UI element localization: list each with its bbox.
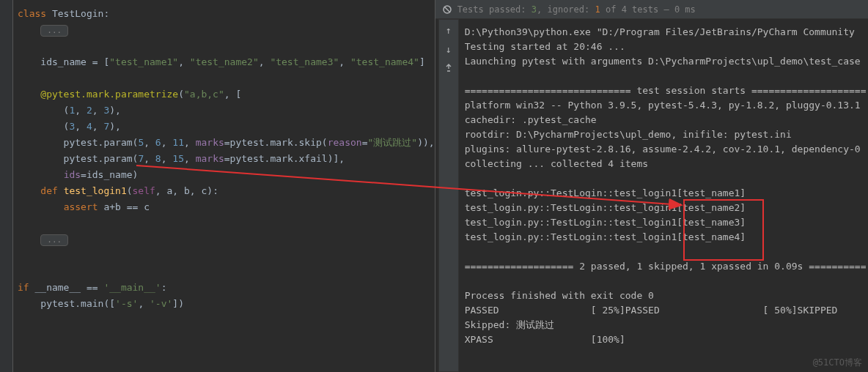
console-line: collecting ... collected 4 items [465,158,648,169]
ids-item-3: "test_name4" [350,56,419,67]
fold-marker-2[interactable]: ... [40,234,68,246]
console-line: plugins: allure-pytest-2.8.16, assume-2.… [465,144,861,155]
keyword-class: class [18,8,46,19]
class-name: TestLogin [52,8,103,19]
decorator: @pytest.mark.parametrize [40,89,178,100]
editor-gutter [0,0,13,372]
console-line: test_login.py::TestLogin::test_login1[te… [465,231,751,242]
ids-item-2: "test_name3" [270,56,339,67]
rerun-icon[interactable] [441,4,453,15]
console-line: test_login.py::TestLogin::test_login1[te… [465,217,751,228]
run-pane: Tests passed: 3, ignored: 1 of 4 tests –… [435,0,868,372]
svg-line-1 [444,7,450,12]
console-line: platform win32 -- Python 3.9.5, pytest-5… [465,100,861,111]
console-line: test_login.py::TestLogin::test_login1[te… [465,202,751,213]
pin-icon[interactable] [443,62,455,74]
watermark: @51CTO博客 [813,357,862,369]
arrow-down-icon[interactable]: ↓ [443,43,455,55]
editor-pane: class TestLogin: ... ids_name = ["test_n… [0,0,435,372]
ids-item-1: "test_name2" [190,56,259,67]
console-line: Skipped: 测试跳过 [465,319,554,330]
console-line: cachedir: .pytest_cache [465,114,597,125]
code-area[interactable]: class TestLogin: ... ids_name = ["test_n… [0,0,435,312]
run-tool-sidebar: ↑ ↓ [438,19,459,372]
console-line: rootdir: D:\PycharmProjects\upl_demo, in… [465,129,792,140]
run-header: Tests passed: 3, ignored: 1 of 4 tests –… [435,0,868,19]
console-line: =================== 2 passed, 1 skipped,… [465,261,867,272]
console-line: XPASS [100%] [465,334,625,345]
console-line: Process finished with exit code 0 [465,290,654,301]
function-name: test_login1 [64,185,127,196]
console-line: PASSED [ 25%]PASSED [ 50%]SKIPPED [465,305,838,316]
tests-passed-label: Tests passed: 3, ignored: 1 of 4 tests –… [457,4,696,15]
console-line: Testing started at 20:46 ... [465,41,625,52]
fold-marker[interactable]: ... [40,25,68,37]
console-line: D:\Python39\python.exe "D:/Program Files… [465,26,861,37]
arrow-up-icon[interactable]: ↑ [443,24,455,36]
console-line: ============================= test sessi… [465,85,867,96]
console-line: test_login.py::TestLogin::test_login1[te… [465,187,751,198]
ids-item-0: "test_name1" [109,56,178,67]
console-line: Launching pytest with arguments D:\Pycha… [465,56,861,67]
param-string: "a,b,c" [184,89,224,100]
console-output[interactable]: D:\Python39\python.exe "D:/Program Files… [456,19,868,353]
